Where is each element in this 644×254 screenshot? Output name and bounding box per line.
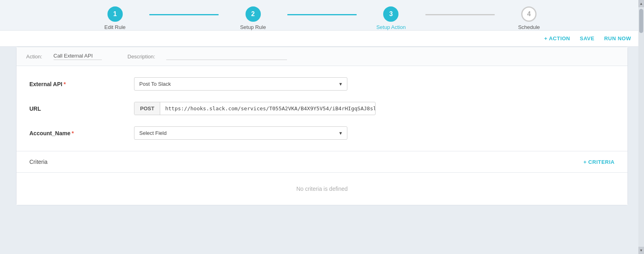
step-1[interactable]: 1 Edit Rule — [80, 6, 149, 30]
url-control: POST https://hooks.slack.com/services/T0… — [134, 102, 376, 115]
step-2-circle: 2 — [246, 6, 261, 22]
action-value: Call External API — [54, 53, 102, 60]
url-method: POST — [134, 102, 160, 115]
step-1-circle: 1 — [107, 6, 123, 22]
step-2[interactable]: 2 Setup Rule — [219, 6, 287, 30]
save-button[interactable]: SAVE — [580, 35, 594, 41]
url-value: https://hooks.slack.com/services/T055A2V… — [160, 102, 376, 115]
external-api-value: Post To Slack — [139, 81, 171, 87]
scroll-up-button[interactable]: ▲ — [638, 0, 644, 7]
criteria-section: Criteria + CRITERIA No criteria is defin… — [17, 151, 627, 205]
add-criteria-button[interactable]: + CRITERIA — [583, 159, 615, 165]
scrollbar-track: ▲ ▼ — [638, 0, 644, 254]
main-content: Action: Call External API Description: E… — [0, 47, 644, 213]
account-name-label: Account_Name* — [29, 130, 134, 136]
step-2-label: Setup Rule — [240, 24, 266, 30]
action-header-row: Action: Call External API Description: — [17, 47, 627, 66]
scrollbar-thumb[interactable] — [639, 9, 643, 33]
external-api-row: External API* Post To Slack ▾ — [29, 77, 615, 91]
step-4[interactable]: 4 Schedule — [495, 6, 564, 30]
step-3-circle: 3 — [383, 6, 398, 22]
criteria-header: Criteria + CRITERIA — [17, 151, 627, 173]
add-action-button[interactable]: + ACTION — [544, 35, 570, 41]
step-3[interactable]: 3 Setup Action — [357, 6, 425, 30]
account-name-dropdown[interactable]: Select Field ▾ — [134, 126, 347, 140]
url-field: POST https://hooks.slack.com/services/T0… — [134, 102, 376, 115]
account-name-value: Select Field — [139, 130, 167, 136]
required-star: * — [64, 81, 66, 87]
step-line-2 — [287, 14, 356, 15]
url-label: URL — [29, 105, 134, 112]
stepper-bar: 1 Edit Rule 2 Setup Rule 3 Setup Action … — [0, 0, 644, 31]
account-name-row: Account_Name* Select Field ▾ — [29, 126, 615, 140]
run-now-button[interactable]: RUN NOW — [604, 35, 631, 41]
stepper: 1 Edit Rule 2 Setup Rule 3 Setup Action … — [80, 6, 564, 30]
toolbar: + ACTION SAVE RUN NOW — [0, 31, 644, 47]
required-star-2: * — [72, 130, 74, 136]
step-1-label: Edit Rule — [104, 24, 126, 30]
desc-label: Description: — [128, 54, 155, 60]
action-card: Action: Call External API Description: E… — [16, 47, 628, 205]
step-line-3 — [425, 14, 494, 15]
dropdown-arrow-icon-2: ▾ — [339, 130, 342, 136]
desc-value — [166, 53, 287, 60]
step-4-label: Schedule — [518, 24, 540, 30]
step-line-1 — [149, 14, 218, 15]
scroll-down-button[interactable]: ▼ — [638, 247, 644, 254]
scroll-up-icon: ▲ — [640, 2, 643, 6]
step-3-label: Setup Action — [376, 24, 406, 30]
criteria-title: Criteria — [29, 159, 47, 165]
external-api-control: Post To Slack ▾ — [134, 77, 376, 91]
external-api-dropdown[interactable]: Post To Slack ▾ — [134, 77, 347, 91]
url-row: URL POST https://hooks.slack.com/service… — [29, 102, 615, 115]
action-label: Action: — [26, 54, 42, 60]
step-4-circle: 4 — [521, 6, 537, 22]
form-section: External API* Post To Slack ▾ URL POST h… — [17, 66, 627, 151]
dropdown-arrow-icon: ▾ — [339, 81, 342, 87]
account-name-control: Select Field ▾ — [134, 126, 376, 140]
external-api-label: External API* — [29, 81, 134, 87]
criteria-empty: No criteria is defined — [17, 173, 627, 205]
scroll-down-icon: ▼ — [640, 248, 643, 252]
